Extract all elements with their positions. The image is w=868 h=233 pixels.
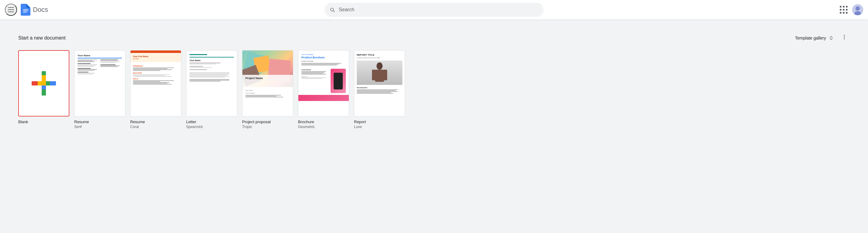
- avatar[interactable]: [852, 4, 863, 15]
- template-thumb-report-luxe[interactable]: REPORT TITLE LOREM IPSUM DOLOR SIT AMET …: [354, 50, 405, 117]
- search-input[interactable]: [339, 7, 538, 12]
- template-label-brochure-geometric: Brochure Geometric: [298, 120, 349, 129]
- figure-silhouette: [372, 61, 387, 84]
- template-subname-letter-spearmint: Spearmint: [186, 125, 237, 129]
- template-blank[interactable]: Blank: [18, 50, 69, 129]
- svg-point-19: [376, 62, 382, 70]
- template-gallery-button[interactable]: Template gallery: [792, 33, 838, 43]
- gallery-controls: Template gallery: [792, 32, 850, 44]
- svg-rect-16: [46, 81, 50, 85]
- template-subname-resume-coral: Coral: [130, 125, 181, 129]
- template-subname-report-luxe: Luxe: [354, 125, 405, 129]
- resume-serif-preview: Your Name: [74, 51, 125, 79]
- resume-coral-preview: Your Full Name Job Title EXPERIENCE EDUC…: [130, 51, 181, 116]
- svg-rect-22: [383, 70, 387, 80]
- template-name-project-proposal: Project proposal: [242, 120, 293, 124]
- preview-name: Your Name: [78, 54, 122, 57]
- docs-logo-icon: [21, 4, 30, 16]
- google-plus-icon: [32, 71, 56, 95]
- svg-rect-21: [372, 70, 376, 80]
- docs-logo[interactable]: Docs: [21, 4, 48, 16]
- template-brochure-geometric[interactable]: Your Company Product Brochure Product Ov…: [298, 50, 349, 129]
- section-title: Start a new document: [18, 35, 66, 41]
- template-name-resume-coral: Resume: [130, 120, 181, 124]
- letter-spearmint-preview: Your Name: [186, 51, 237, 85]
- hamburger-line: [8, 9, 14, 10]
- template-thumb-resume-serif[interactable]: Your Name: [74, 50, 125, 117]
- template-report-luxe[interactable]: REPORT TITLE LOREM IPSUM DOLOR SIT AMET …: [354, 50, 405, 129]
- header-right: [802, 4, 863, 16]
- template-name-blank: Blank: [18, 120, 69, 124]
- hamburger-line: [8, 11, 14, 12]
- template-subname-brochure-geometric: Geometric: [298, 125, 349, 129]
- template-thumb-blank[interactable]: [18, 50, 69, 117]
- template-name-report-luxe: Report: [354, 120, 405, 124]
- template-label-blank: Blank: [18, 120, 69, 124]
- svg-rect-18: [42, 81, 46, 85]
- template-resume-serif[interactable]: Your Name: [74, 50, 125, 129]
- expand-icon: [829, 35, 834, 41]
- template-name-brochure-geometric: Brochure: [298, 120, 349, 124]
- template-label-letter-spearmint: Letter Spearmint: [186, 120, 237, 129]
- template-subname-resume-serif: Serif: [74, 125, 125, 129]
- templates-grid: Blank Your Name: [18, 50, 850, 134]
- svg-rect-10: [38, 81, 42, 85]
- search-bar: [324, 3, 544, 17]
- menu-button[interactable]: [5, 4, 17, 16]
- svg-rect-17: [50, 81, 56, 85]
- template-subname-project-proposal: Tropic: [242, 125, 293, 129]
- avatar-image: [852, 4, 863, 15]
- template-label-resume-serif: Resume Serif: [74, 120, 125, 129]
- template-gallery-label: Template gallery: [795, 36, 826, 40]
- apps-grid-icon: [840, 6, 848, 14]
- apps-button[interactable]: [838, 4, 850, 16]
- header-left: Docs: [5, 4, 66, 16]
- template-thumb-brochure-geometric[interactable]: Your Company Product Brochure Product Ov…: [298, 50, 349, 117]
- svg-point-8: [844, 38, 845, 39]
- template-project-proposal[interactable]: Project Name Your Name The Company Proje…: [242, 50, 293, 129]
- svg-rect-1: [23, 11, 28, 11]
- search-icon: [330, 7, 335, 13]
- template-resume-coral[interactable]: Your Full Name Job Title EXPERIENCE EDUC…: [130, 50, 181, 129]
- svg-rect-11: [42, 71, 46, 75]
- template-label-report-luxe: Report Luxe: [354, 120, 405, 129]
- svg-rect-0: [23, 9, 28, 10]
- app-header: Docs: [0, 0, 868, 20]
- svg-rect-20: [375, 70, 384, 82]
- svg-point-6: [844, 35, 845, 36]
- template-thumb-resume-coral[interactable]: Your Full Name Job Title EXPERIENCE EDUC…: [130, 50, 181, 117]
- svg-point-7: [844, 36, 845, 37]
- svg-rect-14: [42, 85, 46, 89]
- main-content: Start a new document Template gallery: [0, 20, 868, 146]
- template-thumb-project-proposal[interactable]: Project Name Your Name The Company: [242, 50, 293, 117]
- template-label-resume-coral: Resume Coral: [130, 120, 181, 129]
- svg-rect-9: [32, 81, 38, 85]
- pp-cover-image: Project Name: [242, 51, 293, 87]
- template-letter-spearmint[interactable]: Your Name Lette: [186, 50, 237, 129]
- template-thumb-letter-spearmint[interactable]: Your Name: [186, 50, 237, 117]
- more-options-icon[interactable]: [839, 32, 850, 44]
- svg-point-4: [856, 6, 860, 11]
- search-container[interactable]: [324, 3, 544, 17]
- section-header: Start a new document Template gallery: [18, 32, 850, 44]
- template-label-project-proposal: Project proposal Tropic: [242, 120, 293, 129]
- brochure-geo-preview: Your Company Product Brochure Product Ov…: [298, 51, 349, 101]
- app-name-label: Docs: [33, 6, 48, 14]
- svg-rect-12: [42, 75, 46, 81]
- svg-rect-2: [23, 12, 27, 12]
- template-name-letter-spearmint: Letter: [186, 120, 237, 124]
- hamburger-line: [8, 7, 14, 8]
- report-luxe-preview: REPORT TITLE LOREM IPSUM DOLOR SIT AMET …: [354, 51, 405, 97]
- template-name-resume-serif: Resume: [74, 120, 125, 124]
- svg-rect-15: [42, 89, 46, 95]
- project-proposal-preview: Project Name Your Name The Company: [242, 51, 293, 100]
